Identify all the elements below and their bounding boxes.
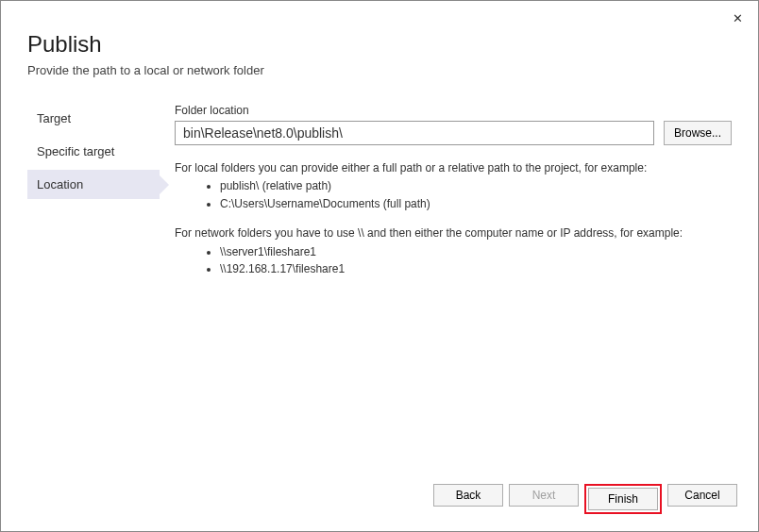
help-local-list: publish\ (relative path) C:\Users\Userna… [220, 178, 732, 212]
dialog-footer: Back Next Finish Cancel [433, 484, 737, 514]
sidebar-item-specific-target[interactable]: Specific target [27, 137, 160, 166]
cancel-button[interactable]: Cancel [667, 484, 737, 507]
finish-button[interactable]: Finish [588, 488, 658, 510]
help-text: For local folders you can provide either… [175, 160, 732, 277]
browse-button[interactable]: Browse... [664, 121, 732, 145]
help-network-example: \\192.168.1.17\fileshare1 [220, 261, 732, 277]
sidebar-item-label: Location [37, 177, 83, 191]
help-local-intro: For local folders you can provide either… [175, 160, 732, 176]
help-network-example: \\server1\fileshare1 [220, 244, 732, 260]
dialog-content: Target Specific target Location Folder l… [1, 104, 758, 291]
close-button[interactable]: ✕ [726, 7, 749, 29]
dialog-header: Publish Provide the path to a local or n… [1, 1, 758, 77]
help-local-example: publish\ (relative path) [220, 178, 732, 194]
sidebar-item-label: Specific target [37, 144, 114, 158]
next-button: Next [509, 484, 579, 507]
folder-location-input[interactable] [175, 121, 654, 145]
help-local-example: C:\Users\Username\Documents (full path) [220, 196, 732, 212]
back-button[interactable]: Back [433, 484, 503, 507]
folder-row: Browse... [175, 121, 732, 145]
finish-highlight: Finish [584, 484, 662, 514]
help-network-list: \\server1\fileshare1 \\192.168.1.17\file… [220, 244, 732, 278]
close-icon: ✕ [733, 11, 743, 25]
sidebar-item-location[interactable]: Location [27, 170, 160, 199]
sidebar-item-label: Target [37, 111, 71, 125]
sidebar-item-target[interactable]: Target [27, 104, 160, 133]
folder-location-label: Folder location [175, 104, 732, 117]
dialog-subtitle: Provide the path to a local or network f… [27, 63, 732, 77]
main-panel: Folder location Browse... For local fold… [160, 104, 732, 291]
help-network-intro: For network folders you have to use \\ a… [175, 225, 732, 241]
dialog-title: Publish [27, 31, 732, 58]
wizard-sidebar: Target Specific target Location [27, 104, 160, 291]
